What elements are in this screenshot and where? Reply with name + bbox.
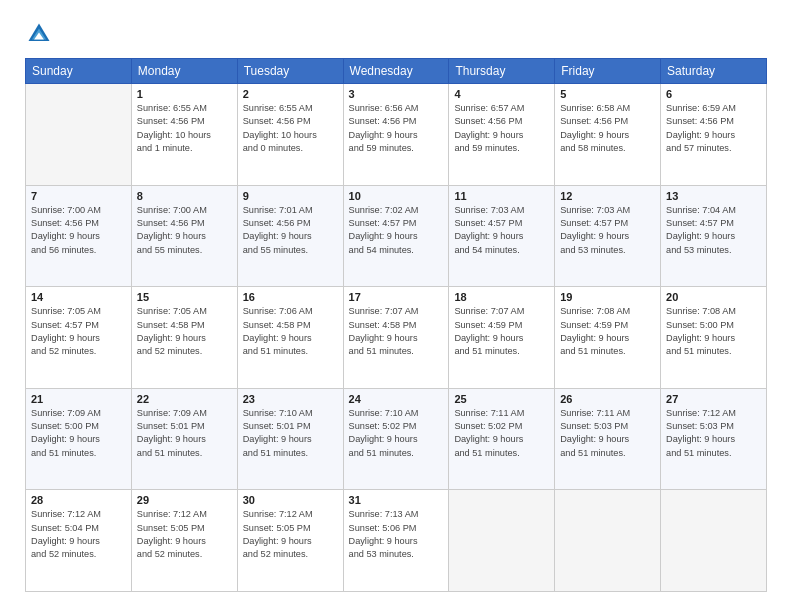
week-row-2: 7Sunrise: 7:00 AM Sunset: 4:56 PM Daylig… (26, 185, 767, 287)
week-row-4: 21Sunrise: 7:09 AM Sunset: 5:00 PM Dayli… (26, 388, 767, 490)
weekday-header-wednesday: Wednesday (343, 59, 449, 84)
day-info: Sunrise: 6:56 AM Sunset: 4:56 PM Dayligh… (349, 102, 444, 155)
day-cell: 11Sunrise: 7:03 AM Sunset: 4:57 PM Dayli… (449, 185, 555, 287)
day-info: Sunrise: 7:07 AM Sunset: 4:59 PM Dayligh… (454, 305, 549, 358)
day-cell: 21Sunrise: 7:09 AM Sunset: 5:00 PM Dayli… (26, 388, 132, 490)
day-number: 28 (31, 494, 126, 506)
weekday-header-tuesday: Tuesday (237, 59, 343, 84)
weekday-header-saturday: Saturday (661, 59, 767, 84)
day-cell: 18Sunrise: 7:07 AM Sunset: 4:59 PM Dayli… (449, 287, 555, 389)
day-number: 4 (454, 88, 549, 100)
day-number: 26 (560, 393, 655, 405)
day-cell: 1Sunrise: 6:55 AM Sunset: 4:56 PM Daylig… (131, 84, 237, 186)
day-cell (555, 490, 661, 592)
day-info: Sunrise: 7:12 AM Sunset: 5:05 PM Dayligh… (243, 508, 338, 561)
day-cell: 14Sunrise: 7:05 AM Sunset: 4:57 PM Dayli… (26, 287, 132, 389)
day-info: Sunrise: 7:00 AM Sunset: 4:56 PM Dayligh… (137, 204, 232, 257)
day-number: 8 (137, 190, 232, 202)
day-number: 9 (243, 190, 338, 202)
day-number: 19 (560, 291, 655, 303)
day-cell: 26Sunrise: 7:11 AM Sunset: 5:03 PM Dayli… (555, 388, 661, 490)
day-info: Sunrise: 7:01 AM Sunset: 4:56 PM Dayligh… (243, 204, 338, 257)
day-info: Sunrise: 7:12 AM Sunset: 5:03 PM Dayligh… (666, 407, 761, 460)
day-info: Sunrise: 7:05 AM Sunset: 4:57 PM Dayligh… (31, 305, 126, 358)
day-info: Sunrise: 7:00 AM Sunset: 4:56 PM Dayligh… (31, 204, 126, 257)
day-number: 12 (560, 190, 655, 202)
day-number: 2 (243, 88, 338, 100)
day-info: Sunrise: 7:03 AM Sunset: 4:57 PM Dayligh… (454, 204, 549, 257)
day-number: 24 (349, 393, 444, 405)
header (25, 20, 767, 48)
day-info: Sunrise: 7:02 AM Sunset: 4:57 PM Dayligh… (349, 204, 444, 257)
day-cell: 16Sunrise: 7:06 AM Sunset: 4:58 PM Dayli… (237, 287, 343, 389)
day-number: 13 (666, 190, 761, 202)
day-cell: 7Sunrise: 7:00 AM Sunset: 4:56 PM Daylig… (26, 185, 132, 287)
day-cell: 5Sunrise: 6:58 AM Sunset: 4:56 PM Daylig… (555, 84, 661, 186)
day-number: 6 (666, 88, 761, 100)
day-info: Sunrise: 7:06 AM Sunset: 4:58 PM Dayligh… (243, 305, 338, 358)
calendar-table: SundayMondayTuesdayWednesdayThursdayFrid… (25, 58, 767, 592)
day-number: 3 (349, 88, 444, 100)
day-info: Sunrise: 7:04 AM Sunset: 4:57 PM Dayligh… (666, 204, 761, 257)
weekday-header-thursday: Thursday (449, 59, 555, 84)
day-number: 18 (454, 291, 549, 303)
day-cell: 9Sunrise: 7:01 AM Sunset: 4:56 PM Daylig… (237, 185, 343, 287)
day-cell: 8Sunrise: 7:00 AM Sunset: 4:56 PM Daylig… (131, 185, 237, 287)
day-cell: 13Sunrise: 7:04 AM Sunset: 4:57 PM Dayli… (661, 185, 767, 287)
day-cell: 10Sunrise: 7:02 AM Sunset: 4:57 PM Dayli… (343, 185, 449, 287)
day-number: 30 (243, 494, 338, 506)
day-cell: 23Sunrise: 7:10 AM Sunset: 5:01 PM Dayli… (237, 388, 343, 490)
day-info: Sunrise: 7:03 AM Sunset: 4:57 PM Dayligh… (560, 204, 655, 257)
day-number: 11 (454, 190, 549, 202)
day-info: Sunrise: 6:55 AM Sunset: 4:56 PM Dayligh… (243, 102, 338, 155)
day-number: 21 (31, 393, 126, 405)
week-row-5: 28Sunrise: 7:12 AM Sunset: 5:04 PM Dayli… (26, 490, 767, 592)
day-info: Sunrise: 7:07 AM Sunset: 4:58 PM Dayligh… (349, 305, 444, 358)
logo (25, 20, 57, 48)
day-number: 25 (454, 393, 549, 405)
day-cell: 17Sunrise: 7:07 AM Sunset: 4:58 PM Dayli… (343, 287, 449, 389)
day-cell: 19Sunrise: 7:08 AM Sunset: 4:59 PM Dayli… (555, 287, 661, 389)
week-row-1: 1Sunrise: 6:55 AM Sunset: 4:56 PM Daylig… (26, 84, 767, 186)
day-info: Sunrise: 7:08 AM Sunset: 4:59 PM Dayligh… (560, 305, 655, 358)
day-info: Sunrise: 6:58 AM Sunset: 4:56 PM Dayligh… (560, 102, 655, 155)
day-info: Sunrise: 7:12 AM Sunset: 5:05 PM Dayligh… (137, 508, 232, 561)
day-info: Sunrise: 7:09 AM Sunset: 5:00 PM Dayligh… (31, 407, 126, 460)
day-cell (449, 490, 555, 592)
day-info: Sunrise: 7:13 AM Sunset: 5:06 PM Dayligh… (349, 508, 444, 561)
day-cell: 15Sunrise: 7:05 AM Sunset: 4:58 PM Dayli… (131, 287, 237, 389)
day-info: Sunrise: 6:59 AM Sunset: 4:56 PM Dayligh… (666, 102, 761, 155)
day-info: Sunrise: 7:08 AM Sunset: 5:00 PM Dayligh… (666, 305, 761, 358)
day-number: 10 (349, 190, 444, 202)
day-cell: 25Sunrise: 7:11 AM Sunset: 5:02 PM Dayli… (449, 388, 555, 490)
day-cell: 28Sunrise: 7:12 AM Sunset: 5:04 PM Dayli… (26, 490, 132, 592)
day-number: 31 (349, 494, 444, 506)
day-cell: 4Sunrise: 6:57 AM Sunset: 4:56 PM Daylig… (449, 84, 555, 186)
day-number: 1 (137, 88, 232, 100)
page: SundayMondayTuesdayWednesdayThursdayFrid… (0, 0, 792, 612)
day-cell: 6Sunrise: 6:59 AM Sunset: 4:56 PM Daylig… (661, 84, 767, 186)
day-number: 20 (666, 291, 761, 303)
day-number: 22 (137, 393, 232, 405)
day-info: Sunrise: 6:55 AM Sunset: 4:56 PM Dayligh… (137, 102, 232, 155)
day-info: Sunrise: 7:12 AM Sunset: 5:04 PM Dayligh… (31, 508, 126, 561)
day-info: Sunrise: 7:10 AM Sunset: 5:02 PM Dayligh… (349, 407, 444, 460)
day-number: 14 (31, 291, 126, 303)
day-cell: 12Sunrise: 7:03 AM Sunset: 4:57 PM Dayli… (555, 185, 661, 287)
day-info: Sunrise: 7:11 AM Sunset: 5:02 PM Dayligh… (454, 407, 549, 460)
day-cell (661, 490, 767, 592)
day-cell: 24Sunrise: 7:10 AM Sunset: 5:02 PM Dayli… (343, 388, 449, 490)
weekday-header-sunday: Sunday (26, 59, 132, 84)
day-number: 7 (31, 190, 126, 202)
day-number: 23 (243, 393, 338, 405)
day-info: Sunrise: 6:57 AM Sunset: 4:56 PM Dayligh… (454, 102, 549, 155)
day-info: Sunrise: 7:10 AM Sunset: 5:01 PM Dayligh… (243, 407, 338, 460)
day-number: 17 (349, 291, 444, 303)
day-cell (26, 84, 132, 186)
day-cell: 2Sunrise: 6:55 AM Sunset: 4:56 PM Daylig… (237, 84, 343, 186)
day-info: Sunrise: 7:05 AM Sunset: 4:58 PM Dayligh… (137, 305, 232, 358)
weekday-header-friday: Friday (555, 59, 661, 84)
day-info: Sunrise: 7:09 AM Sunset: 5:01 PM Dayligh… (137, 407, 232, 460)
day-number: 15 (137, 291, 232, 303)
day-cell: 27Sunrise: 7:12 AM Sunset: 5:03 PM Dayli… (661, 388, 767, 490)
